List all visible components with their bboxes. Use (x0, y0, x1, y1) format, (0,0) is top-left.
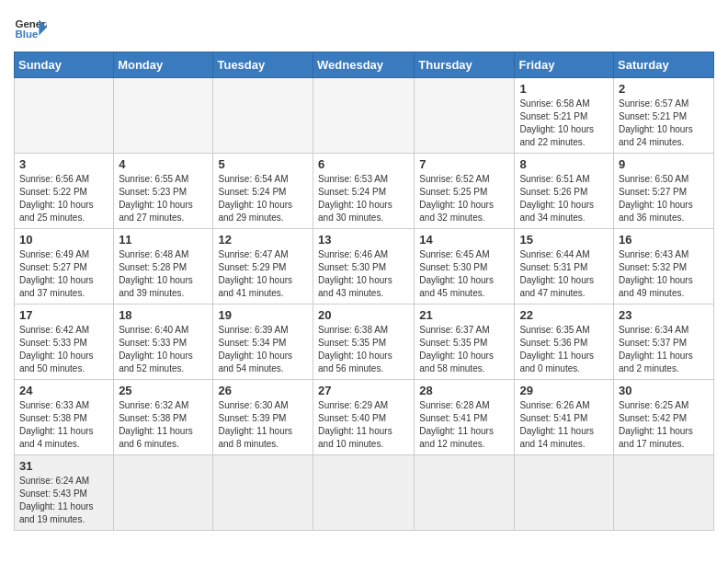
calendar-cell: 21Sunrise: 6:37 AM Sunset: 5:35 PM Dayli… (415, 304, 515, 380)
day-number: 9 (619, 157, 709, 171)
calendar-cell: 20Sunrise: 6:38 AM Sunset: 5:35 PM Dayli… (313, 304, 415, 380)
day-number: 15 (519, 233, 609, 247)
calendar-cell: 29Sunrise: 6:26 AM Sunset: 5:41 PM Dayli… (515, 380, 614, 455)
day-info: Sunrise: 6:45 AM Sunset: 5:30 PM Dayligh… (419, 248, 509, 300)
day-number: 11 (119, 233, 208, 247)
calendar-header-thursday: Thursday (415, 52, 515, 78)
calendar-body: 1Sunrise: 6:58 AM Sunset: 5:21 PM Daylig… (15, 78, 714, 531)
calendar-cell: 5Sunrise: 6:54 AM Sunset: 5:24 PM Daylig… (213, 154, 313, 229)
day-number: 31 (19, 459, 108, 473)
calendar-cell: 14Sunrise: 6:45 AM Sunset: 5:30 PM Dayli… (415, 229, 515, 304)
day-info: Sunrise: 6:26 AM Sunset: 5:41 PM Dayligh… (519, 399, 609, 451)
day-number: 2 (619, 82, 709, 96)
day-info: Sunrise: 6:42 AM Sunset: 5:33 PM Dayligh… (19, 324, 108, 375)
calendar-cell: 23Sunrise: 6:34 AM Sunset: 5:37 PM Dayli… (614, 304, 714, 380)
day-number: 22 (519, 308, 609, 322)
day-number: 23 (619, 308, 709, 322)
calendar-header-saturday: Saturday (614, 52, 714, 78)
calendar-table: SundayMondayTuesdayWednesdayThursdayFrid… (14, 52, 714, 531)
calendar-cell: 24Sunrise: 6:33 AM Sunset: 5:38 PM Dayli… (15, 380, 114, 455)
day-info: Sunrise: 6:40 AM Sunset: 5:33 PM Dayligh… (119, 324, 208, 375)
day-info: Sunrise: 6:44 AM Sunset: 5:31 PM Dayligh… (519, 248, 609, 300)
calendar-cell (15, 78, 114, 154)
day-info: Sunrise: 6:56 AM Sunset: 5:22 PM Dayligh… (19, 173, 108, 224)
day-info: Sunrise: 6:24 AM Sunset: 5:43 PM Dayligh… (19, 475, 108, 526)
logo: General Blue (14, 9, 47, 46)
calendar-week-3: 17Sunrise: 6:42 AM Sunset: 5:33 PM Dayli… (15, 304, 714, 380)
day-info: Sunrise: 6:49 AM Sunset: 5:27 PM Dayligh… (19, 248, 108, 300)
day-info: Sunrise: 6:47 AM Sunset: 5:29 PM Dayligh… (218, 248, 308, 300)
day-info: Sunrise: 6:53 AM Sunset: 5:24 PM Dayligh… (318, 173, 409, 224)
day-info: Sunrise: 6:34 AM Sunset: 5:37 PM Dayligh… (619, 324, 709, 375)
day-number: 14 (419, 233, 509, 247)
day-number: 3 (19, 157, 108, 171)
calendar-week-1: 3Sunrise: 6:56 AM Sunset: 5:22 PM Daylig… (15, 154, 714, 229)
day-info: Sunrise: 6:37 AM Sunset: 5:35 PM Dayligh… (419, 324, 509, 375)
calendar-cell: 22Sunrise: 6:35 AM Sunset: 5:36 PM Dayli… (515, 304, 614, 380)
calendar-cell: 3Sunrise: 6:56 AM Sunset: 5:22 PM Daylig… (15, 154, 114, 229)
calendar-cell: 1Sunrise: 6:58 AM Sunset: 5:21 PM Daylig… (515, 78, 614, 154)
day-number: 28 (419, 384, 509, 397)
day-number: 17 (19, 308, 108, 322)
calendar-week-2: 10Sunrise: 6:49 AM Sunset: 5:27 PM Dayli… (15, 229, 714, 304)
calendar-cell: 18Sunrise: 6:40 AM Sunset: 5:33 PM Dayli… (114, 304, 213, 380)
calendar-week-0: 1Sunrise: 6:58 AM Sunset: 5:21 PM Daylig… (15, 78, 714, 154)
day-info: Sunrise: 6:58 AM Sunset: 5:21 PM Dayligh… (519, 98, 609, 149)
day-number: 16 (619, 233, 709, 247)
calendar-cell (114, 455, 213, 531)
day-info: Sunrise: 6:46 AM Sunset: 5:30 PM Dayligh… (318, 248, 409, 300)
day-info: Sunrise: 6:32 AM Sunset: 5:38 PM Dayligh… (119, 399, 208, 451)
day-info: Sunrise: 6:55 AM Sunset: 5:23 PM Dayligh… (119, 173, 208, 224)
day-info: Sunrise: 6:57 AM Sunset: 5:21 PM Dayligh… (619, 98, 709, 149)
day-number: 25 (119, 384, 208, 397)
calendar-header-row: SundayMondayTuesdayWednesdayThursdayFrid… (15, 52, 714, 78)
calendar-header-tuesday: Tuesday (213, 52, 313, 78)
calendar-header-monday: Monday (114, 52, 213, 78)
calendar-cell: 19Sunrise: 6:39 AM Sunset: 5:34 PM Dayli… (213, 304, 313, 380)
calendar-cell: 30Sunrise: 6:25 AM Sunset: 5:42 PM Dayli… (614, 380, 714, 455)
day-number: 27 (318, 384, 409, 397)
calendar-header-friday: Friday (515, 52, 614, 78)
calendar-cell: 17Sunrise: 6:42 AM Sunset: 5:33 PM Dayli… (15, 304, 114, 380)
calendar-cell (415, 78, 515, 154)
calendar-cell: 4Sunrise: 6:55 AM Sunset: 5:23 PM Daylig… (114, 154, 213, 229)
calendar-cell: 13Sunrise: 6:46 AM Sunset: 5:30 PM Dayli… (313, 229, 415, 304)
day-info: Sunrise: 6:30 AM Sunset: 5:39 PM Dayligh… (218, 399, 308, 451)
header: General Blue (14, 9, 714, 46)
day-info: Sunrise: 6:28 AM Sunset: 5:41 PM Dayligh… (419, 399, 509, 451)
day-info: Sunrise: 6:29 AM Sunset: 5:40 PM Dayligh… (318, 399, 409, 451)
day-info: Sunrise: 6:51 AM Sunset: 5:26 PM Dayligh… (519, 173, 609, 224)
calendar-week-4: 24Sunrise: 6:33 AM Sunset: 5:38 PM Dayli… (15, 380, 714, 455)
calendar-header-wednesday: Wednesday (313, 52, 415, 78)
day-number: 13 (318, 233, 409, 247)
calendar-cell: 9Sunrise: 6:50 AM Sunset: 5:27 PM Daylig… (614, 154, 714, 229)
day-number: 1 (519, 82, 609, 96)
day-number: 6 (318, 157, 409, 171)
calendar-cell (313, 78, 415, 154)
calendar-cell: 27Sunrise: 6:29 AM Sunset: 5:40 PM Dayli… (313, 380, 415, 455)
calendar-cell: 6Sunrise: 6:53 AM Sunset: 5:24 PM Daylig… (313, 154, 415, 229)
day-info: Sunrise: 6:54 AM Sunset: 5:24 PM Dayligh… (218, 173, 308, 224)
day-number: 8 (519, 157, 609, 171)
day-number: 30 (619, 384, 709, 397)
day-info: Sunrise: 6:39 AM Sunset: 5:34 PM Dayligh… (218, 324, 308, 375)
calendar-cell (614, 455, 714, 531)
day-info: Sunrise: 6:35 AM Sunset: 5:36 PM Dayligh… (519, 324, 609, 375)
logo-icon: General Blue (14, 13, 47, 46)
calendar-week-5: 31Sunrise: 6:24 AM Sunset: 5:43 PM Dayli… (15, 455, 714, 531)
day-number: 29 (519, 384, 609, 397)
day-number: 20 (318, 308, 409, 322)
day-number: 12 (218, 233, 308, 247)
day-info: Sunrise: 6:25 AM Sunset: 5:42 PM Dayligh… (619, 399, 709, 451)
calendar-cell: 8Sunrise: 6:51 AM Sunset: 5:26 PM Daylig… (515, 154, 614, 229)
day-info: Sunrise: 6:48 AM Sunset: 5:28 PM Dayligh… (119, 248, 208, 300)
day-number: 7 (419, 157, 509, 171)
day-number: 24 (19, 384, 108, 397)
calendar-cell: 2Sunrise: 6:57 AM Sunset: 5:21 PM Daylig… (614, 78, 714, 154)
calendar-cell (213, 455, 313, 531)
calendar-cell (313, 455, 415, 531)
calendar-cell: 28Sunrise: 6:28 AM Sunset: 5:41 PM Dayli… (415, 380, 515, 455)
day-number: 10 (19, 233, 108, 247)
day-number: 19 (218, 308, 308, 322)
calendar-cell: 25Sunrise: 6:32 AM Sunset: 5:38 PM Dayli… (114, 380, 213, 455)
